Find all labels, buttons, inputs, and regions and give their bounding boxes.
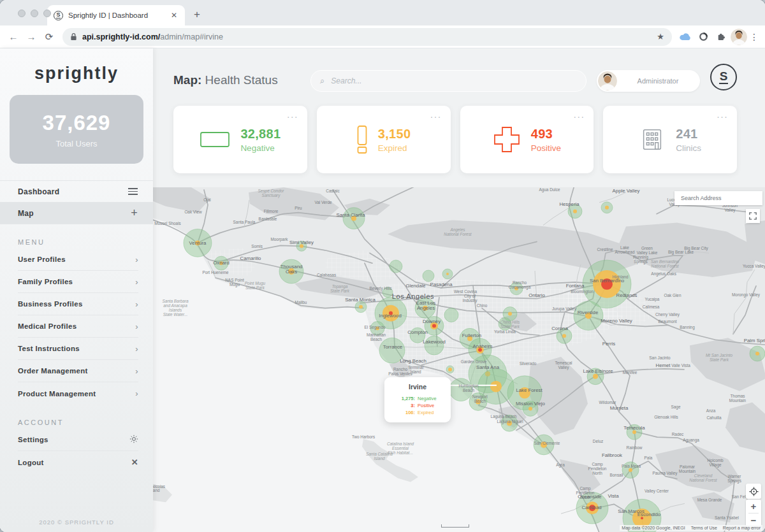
- stat-card-negative: ··· 32,881 Negative: [173, 106, 307, 173]
- map-label: Highland: [612, 275, 629, 280]
- map-attribution: Map data ©2020 Google, INEGI Terms of Us…: [620, 525, 762, 531]
- map-label: Angelus Oaks: [651, 271, 676, 277]
- sidebar-item-dashboard[interactable]: Dashboard: [0, 181, 153, 203]
- page-header: Map: Health Status ⌕ Administrator S: [153, 48, 765, 92]
- map-canvas[interactable]: Los AngelesVenturaOxnardCamarilloThousan…: [153, 187, 765, 532]
- bookmark-star-icon[interactable]: ★: [657, 32, 664, 41]
- back-icon[interactable]: ←: [5, 29, 22, 45]
- card-menu-icon[interactable]: ···: [430, 111, 442, 122]
- fullscreen-button[interactable]: [746, 209, 760, 223]
- map-label: HolcombVillage: [707, 458, 724, 468]
- tooltip-city: Irvine: [388, 383, 447, 391]
- map-cluster[interactable]: [442, 269, 453, 279]
- extensions-puzzle-icon[interactable]: [713, 29, 729, 45]
- window-minimize-dot[interactable]: [31, 10, 38, 17]
- zoom-in-button[interactable]: +: [746, 500, 761, 513]
- url-text[interactable]: api.sprightly-id.com/admin/map#irvine: [82, 32, 652, 41]
- map-label: Mesa Grande: [697, 498, 722, 502]
- url-bar[interactable]: api.sprightly-id.com/admin/map#irvine ★: [62, 28, 672, 46]
- sidebar-item-product-management[interactable]: Product Management›: [18, 382, 138, 405]
- report-error-link[interactable]: Report a map error: [723, 526, 761, 530]
- map-copyright: Map data ©2020 Google, INEGI: [622, 526, 685, 530]
- map-label: Cahuilla: [706, 415, 722, 420]
- map-label: Morongo Valley: [732, 292, 761, 298]
- map-label: Big Bear City: [684, 246, 708, 251]
- map-label: Fillmore: [264, 209, 279, 213]
- clinic-building-icon: [639, 126, 666, 153]
- card-menu-icon[interactable]: ···: [717, 111, 728, 122]
- sidebar-item-family-profiles[interactable]: Family Profiles›: [18, 271, 138, 293]
- sprightly-mark-icon: S: [710, 64, 737, 90]
- map-label: Somis: [251, 244, 263, 248]
- map-cluster[interactable]: [583, 260, 631, 308]
- window-controls[interactable]: [18, 10, 51, 17]
- map-address-search[interactable]: [674, 191, 762, 205]
- stat-card-positive: ··· 493 Positive: [460, 106, 594, 173]
- map-cluster[interactable]: [343, 208, 365, 229]
- map-label: Bloomington: [571, 289, 594, 294]
- sidebar-item-medical-profiles[interactable]: Medical Profiles›: [18, 315, 138, 338]
- chevron-right-icon: ›: [135, 255, 138, 264]
- new-tab-button[interactable]: +: [194, 8, 200, 21]
- browser-tab[interactable]: S Sprightly ID | Dashboard ✕: [47, 5, 185, 25]
- card-menu-icon[interactable]: ···: [573, 111, 585, 122]
- window-close-dot[interactable]: [18, 10, 26, 17]
- locate-button[interactable]: [746, 484, 761, 499]
- map-label: Bonsall: [610, 473, 623, 477]
- map-cluster[interactable]: [355, 301, 367, 313]
- map-label: San Jacinto: [649, 356, 671, 360]
- sidebar-item-business-profiles[interactable]: Business Profiles›: [18, 293, 138, 315]
- total-users-value: 37,629: [43, 111, 111, 135]
- map-label: Val Verde: [314, 200, 332, 205]
- map-label: Camarillo: [240, 255, 261, 261]
- extension-circle-icon[interactable]: [695, 29, 711, 45]
- browser-profile-avatar[interactable]: [731, 29, 747, 45]
- map-label: Valle Vista: [671, 363, 690, 368]
- sidebar-item-logout[interactable]: Logout ✕: [18, 451, 138, 473]
- card-menu-icon[interactable]: ···: [287, 111, 298, 122]
- sidebar-item-user-profiles[interactable]: User Profiles›: [18, 248, 138, 271]
- reload-icon[interactable]: ⟳: [41, 29, 57, 45]
- map-label: Aguanga: [683, 438, 699, 443]
- global-search[interactable]: ⌕: [310, 70, 586, 92]
- map-cluster[interactable]: [574, 301, 603, 331]
- account-group: Settings Logout ✕: [18, 429, 138, 473]
- sidebar-item-order-management[interactable]: Order Management›: [18, 360, 138, 382]
- window-zoom-dot[interactable]: [43, 10, 51, 17]
- map-label: TopangaState Park: [330, 284, 350, 293]
- browser-menu-icon[interactable]: ⋮: [748, 32, 760, 42]
- map-cluster[interactable]: [503, 307, 517, 321]
- map-label: Santa Ysabel: [715, 515, 739, 520]
- total-users-label: Total Users: [55, 139, 97, 148]
- lock-icon: [70, 32, 77, 41]
- sidebar-item-test-instructions[interactable]: Test Instructions›: [18, 338, 138, 360]
- map-label: Mussel Shoals: [154, 221, 181, 226]
- map-label: Chino HillsState Park: [500, 320, 520, 329]
- map-label: San BernardinoNational Forest: [651, 259, 680, 268]
- search-input[interactable]: [330, 76, 577, 86]
- map-label: Anza: [706, 408, 716, 413]
- map-cluster[interactable]: [601, 202, 613, 213]
- hamburger-icon: [128, 188, 138, 195]
- map-cluster[interactable]: [390, 260, 402, 273]
- sidebar-item-map[interactable]: Map +: [0, 203, 153, 224]
- map-label: Valley Center: [645, 489, 669, 494]
- page-title: Map: Health Status: [173, 73, 300, 92]
- map-cluster[interactable]: [750, 346, 765, 361]
- tab-close-icon[interactable]: ✕: [170, 11, 178, 20]
- address-search-input[interactable]: [680, 194, 757, 202]
- map-label: Simi Valley: [289, 240, 314, 245]
- test-cassette-icon: [200, 131, 230, 148]
- terms-link[interactable]: Terms of Use: [691, 526, 717, 530]
- map-label: City ofIndustry: [463, 294, 478, 303]
- plus-icon: +: [131, 206, 138, 220]
- map-cluster[interactable]: [446, 366, 454, 373]
- forward-icon[interactable]: →: [23, 29, 40, 45]
- map-cluster[interactable]: [444, 308, 458, 322]
- favicon-icon: S: [54, 11, 63, 20]
- dashboard-label: Dashboard: [18, 187, 59, 196]
- user-pill[interactable]: Administrator: [597, 70, 700, 92]
- map-cluster[interactable]: [423, 270, 434, 282]
- sidebar-item-settings[interactable]: Settings: [18, 429, 138, 451]
- cloud-icon[interactable]: [677, 29, 694, 45]
